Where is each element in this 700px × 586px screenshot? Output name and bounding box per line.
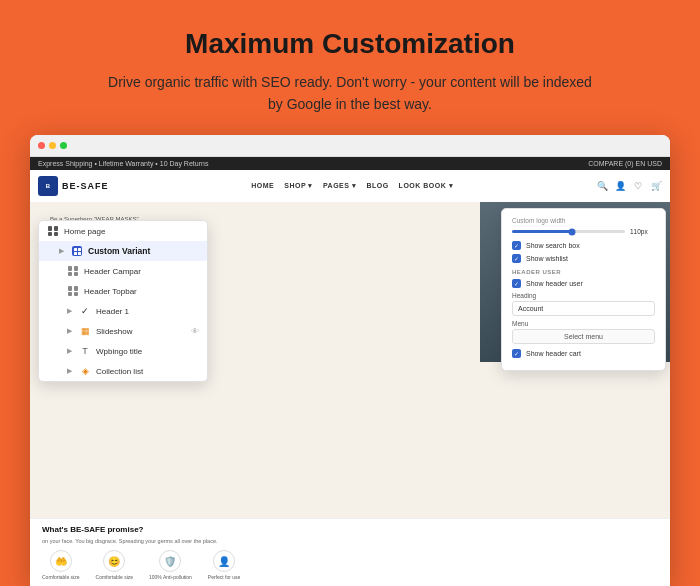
promise-title: What's BE-SAFE promise? bbox=[42, 525, 658, 534]
sidebar-item-header-topbar[interactable]: Header Topbar bbox=[39, 281, 207, 301]
wpbingo-chevron: ▶ bbox=[67, 347, 72, 355]
site-logo: B BE-SAFE bbox=[38, 176, 109, 196]
subtext-line1: Drive organic traffic with SEO ready. Do… bbox=[108, 74, 592, 90]
collection-label: Collection list bbox=[96, 367, 199, 376]
slider-value: 110px bbox=[630, 228, 655, 235]
sidebar-panel: Home page ▶ Custom bbox=[38, 220, 208, 382]
select-menu-button[interactable]: Select menu bbox=[512, 329, 655, 344]
checkbox-header-cart[interactable]: ✓ Show header cart bbox=[512, 349, 655, 358]
slider-track[interactable] bbox=[512, 230, 625, 233]
promise-label-1: Comfortable size bbox=[42, 574, 80, 580]
browser-dot-yellow bbox=[49, 142, 56, 149]
promise-circle-3: 🛡️ bbox=[159, 550, 181, 572]
promise-section: What's BE-SAFE promise? on your face. Yo… bbox=[30, 518, 670, 586]
checkbox-search-box-icon: ✓ bbox=[512, 241, 521, 250]
logo-icon: B bbox=[38, 176, 58, 196]
logo-width-slider-row: 110px bbox=[512, 228, 655, 235]
wpbingo-icon: T bbox=[79, 345, 91, 357]
header-campar-label: Header Campar bbox=[84, 267, 199, 276]
user-icon[interactable]: 👤 bbox=[614, 180, 626, 192]
collection-chevron: ▶ bbox=[67, 367, 72, 375]
slider-thumb[interactable] bbox=[568, 228, 575, 235]
promise-icon-4: 👤 Perfect for use bbox=[208, 550, 241, 580]
sidebar-item-header-campar[interactable]: Header Campar bbox=[39, 261, 207, 281]
checkbox-header-user-label: Show header user bbox=[526, 280, 583, 287]
sidebar-item-header-1[interactable]: ▶ ✓ Header 1 bbox=[39, 301, 207, 321]
header1-icon: ✓ bbox=[79, 305, 91, 317]
header-campar-icon bbox=[67, 265, 79, 277]
nav-blog[interactable]: BLOG bbox=[366, 182, 388, 190]
subtext-line2: by Google in the best way. bbox=[268, 96, 432, 112]
nav-lookbook[interactable]: LOOK BOOK ▾ bbox=[399, 182, 454, 190]
page-title: Maximum Customization bbox=[185, 28, 515, 60]
checkbox-header-user[interactable]: ✓ Show header user bbox=[512, 279, 655, 288]
settings-panel: Custom logo width 110px ✓ Show search bo… bbox=[501, 208, 666, 371]
header-user-section-title: HEADER USER bbox=[512, 269, 655, 275]
promise-icon-2: 😊 Comfortable size bbox=[96, 550, 134, 580]
page-subtext: Drive organic traffic with SEO ready. Do… bbox=[108, 72, 592, 115]
browser-dot-green bbox=[60, 142, 67, 149]
checkbox-header-user-icon: ✓ bbox=[512, 279, 521, 288]
promise-icon-1: 🤲 Comfortable size bbox=[42, 550, 80, 580]
slider-fill bbox=[512, 230, 574, 233]
promise-label-4: Perfect for use bbox=[208, 574, 241, 580]
nav-shop[interactable]: SHOP ▾ bbox=[284, 182, 313, 190]
site-topbar: Express Shipping • Lifetime Warranty • 1… bbox=[30, 157, 670, 170]
heading-input[interactable] bbox=[512, 301, 655, 316]
wpbingo-label: Wpbingo title bbox=[96, 347, 199, 356]
slideshow-label: Slideshow bbox=[96, 327, 186, 336]
promise-desc: on your face. You big disgrace. Spreadin… bbox=[42, 538, 658, 544]
checkbox-wishlist-label: Show wishlist bbox=[526, 255, 568, 262]
slideshow-chevron: ▶ bbox=[67, 327, 72, 335]
logo-text: BE-SAFE bbox=[62, 181, 109, 191]
site-main: Be a Superhero "WEAR MASKS" Reusable Ant… bbox=[30, 202, 670, 586]
logo-width-label: Custom logo width bbox=[512, 217, 655, 224]
promise-label-2: Comfortable size bbox=[96, 574, 134, 580]
site-nav: B BE-SAFE HOME SHOP ▾ PAGES ▾ BLOG LOOK … bbox=[30, 170, 670, 202]
sidebar-item-slideshow[interactable]: ▶ ▦ Slideshow 👁 bbox=[39, 321, 207, 341]
checkbox-wishlist-icon: ✓ bbox=[512, 254, 521, 263]
search-icon[interactable]: 🔍 bbox=[596, 180, 608, 192]
header1-label: Header 1 bbox=[96, 307, 199, 316]
promise-icon-3: 🛡️ 100% Anti-pollution bbox=[149, 550, 192, 580]
checkbox-search-box[interactable]: ✓ Show search box bbox=[512, 241, 655, 250]
collection-icon: ◈ bbox=[79, 365, 91, 377]
browser-content: Express Shipping • Lifetime Warranty • 1… bbox=[30, 157, 670, 586]
sidebar-item-collection-list[interactable]: ▶ ◈ Collection list bbox=[39, 361, 207, 381]
topbar-left: Express Shipping • Lifetime Warranty • 1… bbox=[38, 160, 208, 167]
promise-circle-2: 😊 bbox=[103, 550, 125, 572]
browser-mockup: Express Shipping • Lifetime Warranty • 1… bbox=[30, 135, 670, 586]
header-topbar-label: Header Topbar bbox=[84, 287, 199, 296]
topbar-right: COMPARE (0) EN USD bbox=[588, 160, 662, 167]
promise-circle-4: 👤 bbox=[213, 550, 235, 572]
eye-icon[interactable]: 👁 bbox=[191, 327, 199, 336]
cart-icon[interactable]: 🛒 bbox=[650, 180, 662, 192]
custom-variant-chevron: ▶ bbox=[59, 247, 64, 255]
page-container: Maximum Customization Drive organic traf… bbox=[0, 0, 700, 586]
sidebar-item-custom-variant[interactable]: ▶ Custom Variant bbox=[39, 241, 207, 261]
home-grid-icon bbox=[47, 225, 59, 237]
checkbox-wishlist[interactable]: ✓ Show wishlist bbox=[512, 254, 655, 263]
menu-field-label: Menu bbox=[512, 320, 655, 327]
home-page-label: Home page bbox=[64, 227, 199, 236]
header1-chevron: ▶ bbox=[67, 307, 72, 315]
custom-variant-label: Custom Variant bbox=[88, 246, 199, 256]
nav-pages[interactable]: PAGES ▾ bbox=[323, 182, 356, 190]
sidebar-item-home-page[interactable]: Home page bbox=[39, 221, 207, 241]
browser-dot-red bbox=[38, 142, 45, 149]
nav-links: HOME SHOP ▾ PAGES ▾ BLOG LOOK BOOK ▾ bbox=[251, 182, 453, 190]
promise-label-3: 100% Anti-pollution bbox=[149, 574, 192, 580]
sidebar-item-wpbingo-title[interactable]: ▶ T Wpbingo title bbox=[39, 341, 207, 361]
wishlist-icon[interactable]: ♡ bbox=[632, 180, 644, 192]
heading-field-label: Heading bbox=[512, 292, 655, 299]
promise-circle-1: 🤲 bbox=[50, 550, 72, 572]
nav-icons: 🔍 👤 ♡ 🛒 bbox=[596, 180, 662, 192]
browser-bar bbox=[30, 135, 670, 157]
checkbox-search-box-label: Show search box bbox=[526, 242, 580, 249]
header-topbar-icon bbox=[67, 285, 79, 297]
nav-home[interactable]: HOME bbox=[251, 182, 274, 190]
promise-icons: 🤲 Comfortable size 😊 Comfortable size 🛡️… bbox=[42, 550, 658, 580]
slideshow-icon: ▦ bbox=[79, 325, 91, 337]
checkbox-header-cart-label: Show header cart bbox=[526, 350, 581, 357]
checkbox-header-cart-icon: ✓ bbox=[512, 349, 521, 358]
